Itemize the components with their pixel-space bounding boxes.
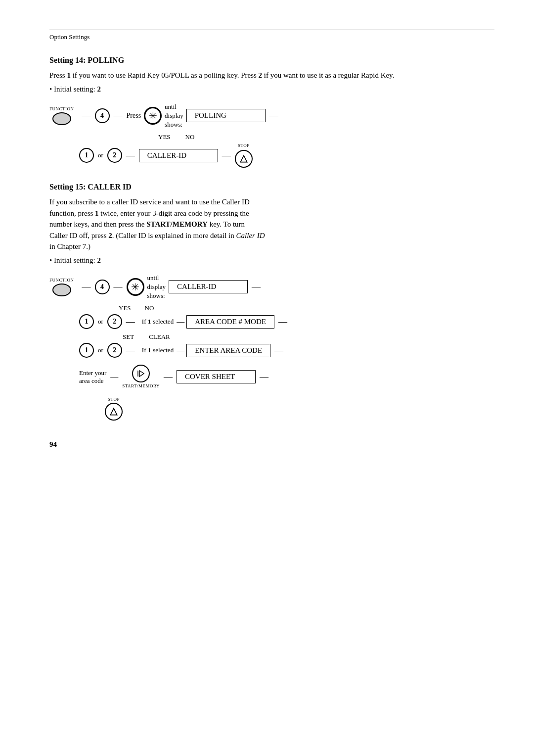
setting14-diagram: FUNCTION — 4 — Press ✳ until display sho… bbox=[49, 102, 494, 168]
callerid-display2: CALLER-ID bbox=[169, 280, 248, 293]
until-block: until display shows: bbox=[165, 102, 183, 130]
selected-label1: selected bbox=[153, 318, 174, 326]
if1-label: If 1 bbox=[142, 318, 151, 326]
svg-marker-3 bbox=[110, 408, 117, 415]
setting15-diagram: FUNCTION — 4 — ✳ until display shows: CA… bbox=[49, 274, 494, 421]
enterareacode-display: ENTER AREA CODE bbox=[186, 344, 270, 357]
dash2: — bbox=[110, 110, 127, 121]
setting15-heading: Setting 15: CALLER ID bbox=[49, 183, 494, 191]
no-label: NO bbox=[185, 133, 195, 141]
setting14-body1: Press 1 if you want to use Rapid Key 05/… bbox=[49, 70, 494, 81]
setting15-row1: FUNCTION — 4 — ✳ until display shows: CA… bbox=[49, 274, 494, 301]
set-clear-row: SET CLEAR bbox=[123, 333, 494, 341]
setting14-initial: • Initial setting: 2 bbox=[49, 85, 494, 94]
page-number: 94 bbox=[49, 440, 494, 449]
num2-button2[interactable]: 2 bbox=[107, 314, 122, 329]
num1-button[interactable]: 1 bbox=[79, 148, 94, 163]
yes-label2: YES bbox=[119, 304, 131, 312]
setting15-body: If you subscribe to a caller ID service … bbox=[49, 196, 494, 252]
start-memory-wrap: START/MEMORY bbox=[122, 365, 160, 389]
num2-button[interactable]: 2 bbox=[107, 148, 122, 163]
stop-label-top: STOP bbox=[238, 143, 250, 148]
setting15-row2: 1 or 2 — If 1 selected — AREA CODE # MOD… bbox=[79, 314, 494, 329]
areacode-display: AREA CODE # MODE bbox=[186, 315, 274, 329]
yes-no-row2: YES NO bbox=[119, 304, 494, 312]
start-memory-label: START/MEMORY bbox=[122, 383, 160, 389]
num2-button3[interactable]: 2 bbox=[107, 343, 122, 358]
function-label2: FUNCTION bbox=[49, 278, 74, 283]
coversheet-display: COVER SHEET bbox=[177, 370, 256, 383]
enter-area-text: Enter your area code bbox=[79, 369, 106, 385]
setting14-row2: 1 or 2 — CALLER-ID — STOP bbox=[79, 143, 494, 168]
dash1: — bbox=[78, 110, 95, 121]
setting14-heading: Setting 14: POLLING bbox=[49, 56, 494, 65]
top-rule bbox=[49, 30, 494, 30]
function-button2[interactable] bbox=[52, 284, 71, 296]
function-button[interactable] bbox=[52, 112, 71, 125]
setting14-section: Setting 14: POLLING Press 1 if you want … bbox=[49, 56, 494, 168]
num1-button3[interactable]: 1 bbox=[79, 343, 94, 358]
function-label: FUNCTION bbox=[49, 106, 74, 111]
num4-button[interactable]: 4 bbox=[95, 108, 110, 123]
stop-button-wrap2: STOP bbox=[104, 397, 124, 421]
num4-button2[interactable]: 4 bbox=[95, 280, 110, 294]
setting15-section: Setting 15: CALLER ID If you subscribe t… bbox=[49, 183, 494, 421]
svg-marker-0 bbox=[240, 155, 247, 162]
star-button2[interactable]: ✳ bbox=[127, 278, 144, 296]
or-label3: or bbox=[98, 346, 103, 354]
setting15-row4: Enter your area code — START/MEMORY — CO… bbox=[79, 365, 494, 389]
dash3: — bbox=[266, 110, 282, 121]
or-label2: or bbox=[98, 318, 103, 326]
start-memory-button[interactable] bbox=[132, 365, 150, 382]
setting14-row1: FUNCTION — 4 — Press ✳ until display sho… bbox=[49, 102, 494, 130]
star-button[interactable]: ✳ bbox=[144, 107, 162, 125]
svg-marker-1 bbox=[139, 371, 144, 377]
no-label2: NO bbox=[145, 304, 154, 312]
yes-no-row: YES NO bbox=[79, 133, 494, 141]
or-label: or bbox=[98, 151, 103, 159]
until-block2: until display shows: bbox=[147, 274, 166, 301]
set-label: SET bbox=[123, 333, 134, 341]
breadcrumb: Option Settings bbox=[49, 33, 494, 41]
stop-button[interactable] bbox=[235, 150, 253, 168]
setting15-initial: • Initial setting: 2 bbox=[49, 256, 494, 265]
stop-button-wrap: STOP bbox=[235, 150, 253, 168]
dash4: — bbox=[122, 150, 139, 161]
clear-label: CLEAR bbox=[149, 333, 170, 341]
polling-display: POLLING bbox=[186, 109, 266, 122]
yes-label: YES bbox=[158, 133, 171, 141]
callerid-display: CALLER-ID bbox=[139, 149, 218, 162]
setting15-row3: 1 or 2 — If 1 selected — ENTER AREA CODE… bbox=[79, 343, 494, 358]
if1-label2: If 1 bbox=[142, 346, 151, 354]
selected-label2: selected bbox=[153, 346, 174, 354]
stop-label2: STOP bbox=[108, 397, 120, 402]
num1-button2[interactable]: 1 bbox=[79, 314, 94, 329]
dash5: — bbox=[218, 150, 235, 161]
stop-button2[interactable] bbox=[105, 403, 123, 421]
press-label: Press bbox=[127, 112, 141, 120]
